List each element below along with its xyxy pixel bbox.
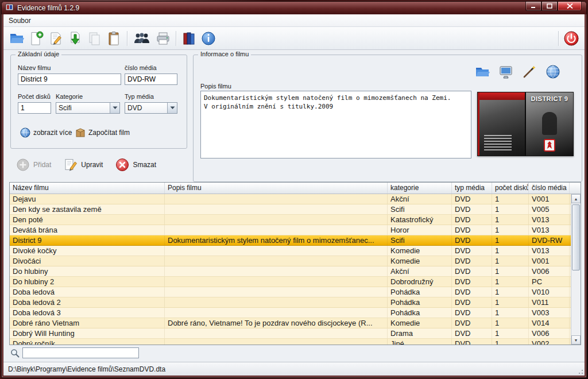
minimize-button[interactable] bbox=[525, 2, 541, 11]
table-row[interactable]: DivočáciKomedieDVD1V001 bbox=[10, 256, 571, 266]
cell-nazev: Dejavu bbox=[10, 194, 165, 204]
titlebar[interactable]: Evidence filmů 1.2.9 bbox=[2, 2, 586, 14]
close-icon bbox=[567, 3, 573, 9]
table-row[interactable]: Doba ledováPohádkaDVD1V010 bbox=[10, 287, 571, 297]
table-row[interactable]: Divoké kočkyKomedieDVD1V013 bbox=[10, 246, 571, 256]
column-header-cislo[interactable]: číslo média bbox=[529, 183, 570, 194]
books-icon bbox=[181, 31, 196, 46]
column-header-nazev[interactable]: Název filmu bbox=[10, 183, 165, 194]
cover-toolbar bbox=[473, 63, 562, 80]
popis-filmu-label: Popis filmu bbox=[200, 83, 231, 90]
resize-grip[interactable] bbox=[577, 368, 583, 374]
cell-kategorie: Komedie bbox=[388, 256, 452, 266]
folder-icon bbox=[475, 64, 490, 79]
vertical-scrollbar[interactable]: ▲ ▼ bbox=[571, 194, 581, 345]
upravit-button[interactable]: Upravit bbox=[64, 158, 103, 172]
cell-typ: DVD bbox=[452, 204, 492, 214]
import-button[interactable] bbox=[65, 29, 85, 48]
kategorie-value: Scifi bbox=[56, 104, 110, 112]
about-button[interactable] bbox=[199, 29, 218, 48]
edit-cover-button[interactable] bbox=[520, 63, 539, 80]
typ-media-select[interactable]: DVD bbox=[125, 102, 177, 114]
cell-pocet: 1 bbox=[492, 215, 529, 225]
cell-typ: DVD bbox=[452, 246, 492, 256]
popis-filmu-textarea[interactable]: Dokumentaristickým stylem natočený film … bbox=[200, 91, 471, 158]
table-row[interactable]: Do hlubinyAkčníDVD1V006 bbox=[10, 266, 571, 277]
red-x-circle-icon bbox=[115, 158, 129, 172]
table-row[interactable]: Devátá bránaHororDVD1V013 bbox=[10, 225, 571, 235]
preview-cover-button[interactable] bbox=[497, 63, 515, 80]
chevron-down-icon[interactable] bbox=[167, 103, 177, 113]
scroll-up-button[interactable]: ▲ bbox=[571, 194, 581, 203]
cislo-media-input[interactable] bbox=[125, 74, 177, 85]
table-row[interactable]: Do hlubiny 2DobrodružnýDVD1PC bbox=[10, 277, 571, 287]
box-icon bbox=[75, 127, 86, 138]
main-content: Základní údaje Název filmu číslo média P… bbox=[3, 50, 585, 362]
cell-kategorie: Drama bbox=[388, 328, 452, 338]
column-header-kategorie[interactable]: kategorie bbox=[388, 183, 452, 194]
column-header-typ[interactable]: typ média bbox=[452, 183, 492, 194]
cell-popis bbox=[165, 225, 388, 235]
cell-nazev: District 9 bbox=[10, 235, 165, 245]
table-row[interactable]: Den potéKatastrofickýDVD1V013 bbox=[10, 215, 571, 225]
print-button[interactable] bbox=[153, 29, 173, 48]
cell-typ: DVD bbox=[452, 235, 492, 245]
cell-kategorie: Pohádka bbox=[388, 297, 452, 307]
column-header-popis[interactable]: Popis filmu bbox=[165, 183, 388, 194]
cell-kategorie: Scifi bbox=[388, 235, 452, 245]
scroll-thumb[interactable] bbox=[572, 204, 580, 270]
window-title: Evidence filmů 1.2.9 bbox=[17, 4, 79, 12]
new-file-plus-icon bbox=[29, 31, 44, 46]
close-button[interactable] bbox=[558, 2, 582, 11]
nazev-filmu-input[interactable] bbox=[18, 74, 121, 85]
copy-button[interactable] bbox=[85, 29, 105, 48]
cell-cislo: PC bbox=[529, 277, 570, 287]
table-row[interactable]: Doba ledová 3PohádkaDVD1V003 bbox=[10, 308, 571, 318]
cell-kategorie: Pohádka bbox=[388, 287, 452, 297]
web-search-button[interactable] bbox=[544, 63, 562, 80]
cover-figure bbox=[542, 112, 557, 135]
zobrazit-vice-link[interactable]: zobrazit více bbox=[20, 127, 72, 138]
smazat-button[interactable]: Smazat bbox=[115, 158, 156, 172]
basic-panel-legend: Základní údaje bbox=[16, 51, 61, 57]
zapocitat-film-toggle[interactable]: Započítat film bbox=[75, 127, 130, 138]
monitor-icon bbox=[498, 64, 513, 79]
chevron-down-icon[interactable] bbox=[110, 103, 119, 113]
pencil-page-icon bbox=[64, 158, 78, 172]
cell-cislo: V011 bbox=[529, 297, 570, 307]
table-row[interactable]: Doba ledová 2PohádkaDVD1V011 bbox=[10, 297, 571, 308]
new-film-button[interactable] bbox=[26, 29, 46, 48]
cell-popis bbox=[165, 266, 388, 276]
table-row[interactable]: Dobrý ročníkJinéDVD1V002 bbox=[10, 339, 571, 345]
edit-film-button[interactable] bbox=[46, 29, 65, 48]
table-row[interactable]: Dobrý Will HuntingDramaDVD1V006 bbox=[10, 328, 571, 339]
maximize-button[interactable] bbox=[541, 2, 558, 11]
column-header-pocet[interactable]: počet disků bbox=[492, 183, 529, 194]
scroll-down-button[interactable]: ▼ bbox=[571, 335, 581, 345]
cell-kategorie: Akční bbox=[388, 266, 452, 276]
table-row[interactable]: Den kdy se zastavila zeměScifiDVD1V005 bbox=[10, 204, 571, 215]
cell-kategorie: Dobrodružný bbox=[388, 277, 452, 287]
cell-typ: DVD bbox=[452, 328, 492, 338]
table-row[interactable]: DejavuAkčníDVD1V001 bbox=[10, 194, 571, 204]
catalog-button[interactable] bbox=[179, 29, 199, 48]
toolbar-separator bbox=[558, 31, 559, 46]
app-window: Evidence filmů 1.2.9 Soubor bbox=[1, 1, 587, 378]
table-row[interactable]: District 9Dokumentaristickým stylem nato… bbox=[10, 235, 571, 246]
search-input[interactable] bbox=[22, 347, 139, 358]
menu-item-soubor[interactable]: Soubor bbox=[3, 15, 36, 26]
maximize-icon bbox=[547, 3, 552, 9]
pridat-label: Přidat bbox=[33, 161, 51, 169]
table-row[interactable]: Dobré ráno VietnamDobré ráno, Vietname! … bbox=[10, 318, 571, 328]
pridat-button[interactable]: Přidat bbox=[16, 158, 51, 172]
exit-button[interactable] bbox=[562, 29, 581, 48]
browse-cover-button[interactable] bbox=[473, 63, 492, 80]
pocet-disku-input[interactable] bbox=[18, 102, 51, 114]
open-file-button[interactable] bbox=[7, 29, 26, 48]
table-body: DejavuAkčníDVD1V001Den kdy se zastavila … bbox=[10, 194, 571, 345]
actors-button[interactable] bbox=[130, 29, 153, 48]
copy-pages-icon bbox=[87, 31, 102, 46]
paste-button[interactable] bbox=[105, 29, 124, 48]
kategorie-select[interactable]: Scifi bbox=[56, 102, 120, 114]
cover-back-side bbox=[478, 92, 526, 156]
